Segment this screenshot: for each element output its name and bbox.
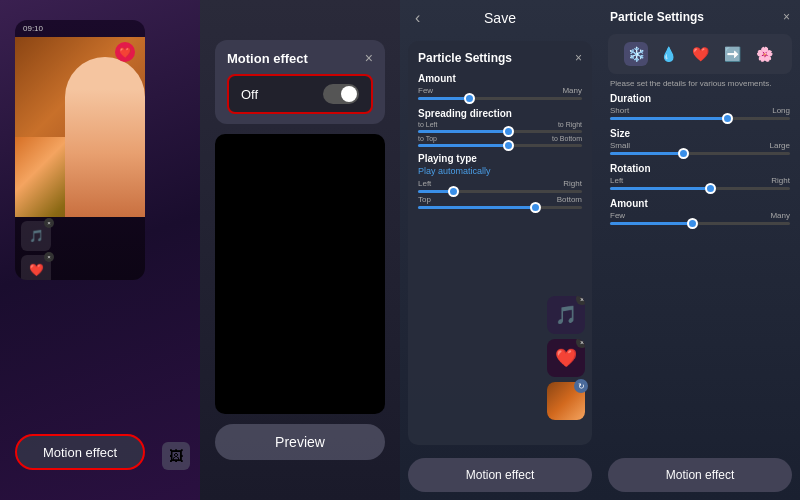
play-top: Top xyxy=(418,195,431,204)
mini-sticker-3[interactable]: ↻ xyxy=(547,382,585,420)
preview-area xyxy=(215,134,385,414)
toggle-knob xyxy=(341,86,357,102)
toggle-row[interactable]: Off xyxy=(227,74,373,114)
amount-range: Few Many xyxy=(418,86,582,95)
panel4-amount-fill xyxy=(610,222,691,225)
size-thumb[interactable] xyxy=(678,148,689,159)
icon-bar-arrow[interactable]: ➡️ xyxy=(720,42,744,66)
spread-row-lr: to Left to Right xyxy=(418,121,582,128)
amount-setting: Amount Few Many xyxy=(418,73,582,100)
play-tb-fill xyxy=(418,206,533,209)
save-header: ‹ Save xyxy=(400,0,600,36)
play-lr-thumb[interactable] xyxy=(448,186,459,197)
phone-status-bar: 09:10 xyxy=(15,20,145,37)
amount-label: Amount xyxy=(418,73,582,84)
dialog-close-button[interactable]: × xyxy=(365,50,373,66)
mini-sticker-1[interactable]: × 🎵 xyxy=(547,296,585,334)
phone-wallpaper: ❤️ xyxy=(15,37,145,217)
amount-max: Many xyxy=(562,86,582,95)
rotation-thumb[interactable] xyxy=(705,183,716,194)
duration-range: Short Long xyxy=(610,106,790,115)
wallpaper-face xyxy=(65,57,145,217)
size-min: Small xyxy=(610,141,630,150)
rotation-fill xyxy=(610,187,709,190)
icon-bar: ❄️ 💧 ❤️ ➡️ 🌸 xyxy=(608,34,792,74)
motion-effect-button-4[interactable]: Motion effect xyxy=(608,458,792,492)
amount-fill xyxy=(418,97,467,100)
dialog-title: Motion effect xyxy=(227,51,308,66)
size-slider[interactable] xyxy=(610,152,790,155)
panel-3: ‹ Save Particle Settings × Amount Few Ma… xyxy=(400,0,600,500)
size-range: Small Large xyxy=(610,141,790,150)
amount-slider[interactable] xyxy=(418,97,582,100)
motion-effect-button[interactable]: Motion effect xyxy=(15,434,145,470)
panel4-amount-label: Amount xyxy=(610,198,790,209)
heart-sticker: ❤️ xyxy=(115,42,135,62)
spread-tb-fill xyxy=(418,144,508,147)
panel4-amount-slider[interactable] xyxy=(610,222,790,225)
rotation-range: Left Right xyxy=(610,176,790,185)
panel-2: Motion effect × Off Preview xyxy=(200,0,400,500)
back-button[interactable]: ‹ xyxy=(415,9,420,27)
duration-thumb[interactable] xyxy=(722,113,733,124)
panel4-amount-setting: Amount Few Many xyxy=(610,198,790,225)
spread-tb-thumb[interactable] xyxy=(503,140,514,151)
panel4-amount-min: Few xyxy=(610,211,625,220)
icon-bar-flower[interactable]: 🌸 xyxy=(752,42,776,66)
mini-stickers: × 🎵 × ❤️ ↻ xyxy=(547,296,585,420)
play-lr-fill xyxy=(418,190,451,193)
dialog-header: Motion effect × xyxy=(227,50,373,66)
mini-sticker-2[interactable]: × ❤️ xyxy=(547,339,585,377)
rotation-setting: Rotation Left Right xyxy=(610,163,790,190)
panel4-amount-thumb[interactable] xyxy=(687,218,698,229)
size-setting: Size Small Large xyxy=(610,128,790,155)
rotation-max: Right xyxy=(771,176,790,185)
panel4-header: Particle Settings × xyxy=(600,0,800,29)
sticker-icon-1[interactable]: 🎵 × xyxy=(21,221,51,251)
panel4-amount-max: Many xyxy=(770,211,790,220)
spread-tb-slider[interactable] xyxy=(418,144,582,147)
icon-bar-water[interactable]: 💧 xyxy=(656,42,680,66)
sticker2-close[interactable]: × xyxy=(576,339,585,348)
duration-fill xyxy=(610,117,727,120)
play-lr-slider[interactable] xyxy=(418,190,582,193)
sticker-close-2[interactable]: × xyxy=(44,252,54,262)
icon-bar-heart[interactable]: ❤️ xyxy=(688,42,712,66)
gallery-icon[interactable]: 🖼 xyxy=(162,442,190,470)
spread-to-right: to Right xyxy=(558,121,582,128)
size-max: Large xyxy=(770,141,790,150)
particle-close-button[interactable]: × xyxy=(575,51,582,65)
bottom-icons: 🖼 xyxy=(162,442,190,470)
sticker-close-1[interactable]: × xyxy=(44,218,54,228)
playing-type-label: Playing type xyxy=(418,153,582,164)
icon-bar-snowflake[interactable]: ❄️ xyxy=(624,42,648,66)
panel4-close[interactable]: × xyxy=(783,10,790,24)
phone-time: 09:10 xyxy=(23,24,43,33)
sticker-icon-2[interactable]: ❤️ × xyxy=(21,255,51,280)
rotation-slider[interactable] xyxy=(610,187,790,190)
rotation-min: Left xyxy=(610,176,623,185)
play-tb-thumb[interactable] xyxy=(530,202,541,213)
panel-1: 09:10 ❤️ 🎵 × ❤️ × Motion effect xyxy=(0,0,200,500)
play-tb-slider[interactable] xyxy=(418,206,582,209)
spread-row-tb: to Top to Bottom xyxy=(418,135,582,142)
panel4-amount-range: Few Many xyxy=(610,211,790,220)
save-title: Save xyxy=(484,10,516,26)
spread-lr-slider[interactable] xyxy=(418,130,582,133)
rotation-label: Rotation xyxy=(610,163,790,174)
info-text: Please set the details for various movem… xyxy=(600,79,800,93)
motion-effect-dialog: Motion effect × Off xyxy=(215,40,385,124)
play-bottom: Bottom xyxy=(557,195,582,204)
toggle-switch[interactable] xyxy=(323,84,359,104)
amount-thumb[interactable] xyxy=(464,93,475,104)
play-auto-label: Play automatically xyxy=(418,166,582,176)
motion-effect-button-3[interactable]: Motion effect xyxy=(408,458,592,492)
play-lr-range: Left Right xyxy=(418,179,582,188)
duration-slider[interactable] xyxy=(610,117,790,120)
sticker1-close[interactable]: × xyxy=(576,296,585,305)
phone-icons: 🎵 × ❤️ × xyxy=(15,217,145,280)
preview-button[interactable]: Preview xyxy=(215,424,385,460)
duration-max: Long xyxy=(772,106,790,115)
size-label: Size xyxy=(610,128,790,139)
spread-lr-fill xyxy=(418,130,508,133)
